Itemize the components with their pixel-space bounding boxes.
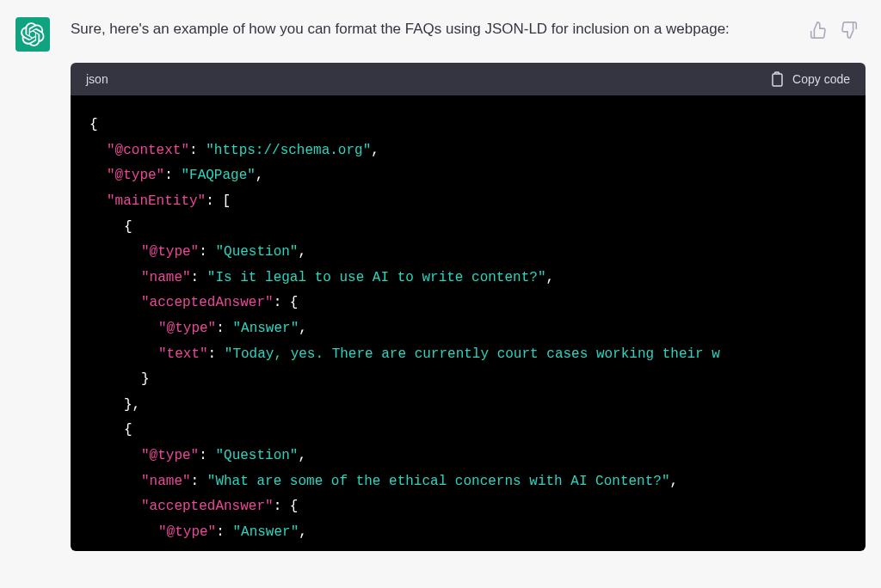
assistant-message: Sure, here's an example of how you can f…	[15, 17, 866, 551]
assistant-avatar	[15, 17, 50, 52]
thumbs-up-icon	[809, 21, 828, 40]
feedback-controls	[809, 21, 859, 40]
code-content[interactable]: {"@context": "https://schema.org","@type…	[71, 95, 866, 551]
clipboard-icon	[770, 71, 784, 87]
code-language-label: json	[86, 72, 108, 86]
svg-rect-0	[773, 74, 782, 86]
thumbs-down-icon	[840, 21, 859, 40]
thumbs-down-button[interactable]	[840, 21, 859, 40]
copy-code-button[interactable]: Copy code	[770, 71, 850, 87]
copy-code-label: Copy code	[792, 72, 850, 86]
code-header: json Copy code	[71, 63, 866, 95]
message-text: Sure, here's an example of how you can f…	[71, 17, 866, 40]
code-block: json Copy code {"@context": "https://sch…	[71, 63, 866, 551]
thumbs-up-button[interactable]	[809, 21, 828, 40]
message-content: Sure, here's an example of how you can f…	[71, 17, 866, 551]
openai-logo-icon	[21, 22, 45, 46]
